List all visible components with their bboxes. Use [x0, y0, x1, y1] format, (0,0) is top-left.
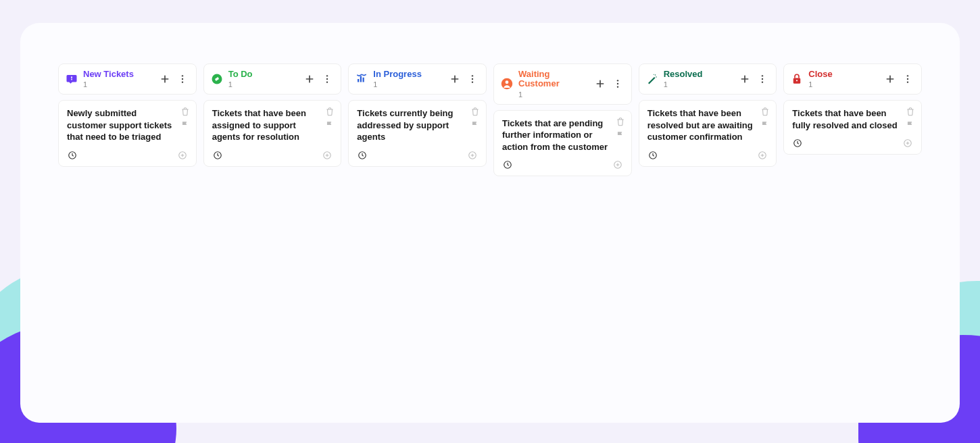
column-actions — [448, 72, 479, 86]
column-count: 1 — [373, 80, 443, 88]
column-title-wrap: New Tickets1 — [83, 70, 153, 88]
column-header: Close1 — [783, 63, 922, 95]
svg-point-25 — [653, 74, 654, 75]
delete-card-button[interactable] — [615, 116, 626, 127]
column-more-button[interactable] — [176, 72, 189, 86]
flag-card-button[interactable] — [180, 120, 191, 130]
column-count: 1 — [808, 80, 878, 88]
column-header: Resolved1 — [639, 63, 777, 95]
card-side-icons — [470, 106, 481, 130]
flag-card-button[interactable] — [324, 120, 335, 130]
clock-icon[interactable] — [647, 150, 658, 161]
svg-point-33 — [907, 75, 908, 76]
card-side-icons — [760, 106, 770, 130]
column-header: To Do1 — [203, 63, 342, 95]
card-footer — [357, 150, 478, 161]
column-actions — [303, 72, 334, 86]
card-footer — [647, 150, 768, 161]
column-count: 1 — [664, 80, 733, 88]
flag-card-button[interactable] — [470, 120, 481, 130]
clock-icon[interactable] — [212, 150, 223, 161]
add-card-button[interactable] — [448, 72, 462, 86]
column-title[interactable]: In Progress — [373, 70, 443, 79]
flag-card-button[interactable] — [905, 120, 916, 130]
column-more-button[interactable] — [756, 72, 769, 86]
add-card-button[interactable] — [593, 77, 607, 90]
column-header: Waiting Customer1 — [493, 63, 632, 105]
svg-point-23 — [654, 74, 656, 76]
column-title-wrap: Resolved1 — [664, 70, 733, 88]
flag-card-button[interactable] — [760, 120, 770, 130]
clock-icon[interactable] — [357, 150, 368, 161]
column-actions — [593, 77, 624, 90]
column-actions — [738, 72, 769, 86]
column-title[interactable]: Waiting Customer — [518, 70, 588, 89]
column-close: Close1Tickets that have been fully resol… — [783, 63, 922, 423]
add-subtask-button[interactable] — [612, 159, 623, 170]
lock-icon — [791, 73, 803, 85]
column-title[interactable]: To Do — [228, 70, 298, 79]
kanban-board: New Tickets1Newly submitted customer sup… — [58, 63, 922, 423]
card-description: Tickets that have been resolved but are … — [647, 107, 768, 143]
column-more-button[interactable] — [466, 72, 479, 86]
add-card-button[interactable] — [303, 72, 316, 86]
board-frame: New Tickets1Newly submitted customer sup… — [20, 23, 960, 423]
clock-icon[interactable] — [67, 150, 78, 161]
svg-point-8 — [326, 82, 328, 83]
flag-card-button[interactable] — [615, 130, 626, 140]
card-description: Tickets currently being addressed by sup… — [357, 107, 478, 143]
column-header: In Progress1 — [348, 63, 487, 95]
column-title-wrap: Close1 — [808, 70, 878, 88]
delete-card-button[interactable] — [180, 106, 191, 117]
svg-point-28 — [762, 82, 763, 83]
column-to-do: To Do1Tickets that have been assigned to… — [203, 63, 342, 423]
column-title[interactable]: Resolved — [664, 70, 733, 79]
add-subtask-button[interactable] — [902, 138, 913, 149]
svg-point-34 — [907, 78, 908, 80]
delete-card-button[interactable] — [760, 106, 770, 117]
column-actions — [883, 72, 914, 86]
add-subtask-button[interactable] — [322, 150, 333, 161]
card-description: Newly submitted customer support tickets… — [67, 107, 188, 143]
add-card-button[interactable] — [158, 72, 172, 86]
column-title-wrap: In Progress1 — [373, 70, 443, 88]
chart-icon — [356, 73, 368, 85]
column-new-tickets: New Tickets1Newly submitted customer sup… — [58, 63, 197, 423]
delete-card-button[interactable] — [324, 106, 335, 117]
add-subtask-button[interactable] — [467, 150, 478, 161]
card-footer — [67, 150, 188, 161]
column-more-button[interactable] — [901, 72, 914, 86]
add-subtask-button[interactable] — [757, 150, 768, 161]
add-subtask-button[interactable] — [177, 150, 188, 161]
card-footer — [212, 150, 333, 161]
column-more-button[interactable] — [611, 77, 624, 90]
clock-icon[interactable] — [792, 138, 803, 149]
column-title-wrap: Waiting Customer1 — [518, 70, 588, 99]
inbox-icon — [66, 73, 78, 85]
card-description: Tickets that have been fully resolved an… — [792, 107, 913, 131]
clock-icon[interactable] — [502, 159, 513, 170]
ticket-card[interactable]: Tickets that have been assigned to suppo… — [203, 100, 342, 167]
ticket-card[interactable]: Tickets currently being addressed by sup… — [348, 100, 487, 167]
ticket-card[interactable]: Tickets that are pending further informa… — [493, 110, 632, 177]
add-card-button[interactable] — [883, 72, 897, 86]
ticket-card[interactable]: Newly submitted customer support tickets… — [58, 100, 197, 167]
svg-point-20 — [616, 86, 618, 88]
delete-card-button[interactable] — [470, 106, 481, 117]
svg-point-2 — [181, 82, 182, 83]
ticket-card[interactable]: Tickets that have been resolved but are … — [639, 100, 777, 167]
column-more-button[interactable] — [320, 72, 334, 86]
svg-point-7 — [326, 78, 328, 80]
column-title[interactable]: Close — [808, 70, 878, 79]
card-description: Tickets that are pending further informa… — [502, 118, 623, 153]
card-footer — [502, 159, 623, 170]
svg-point-32 — [796, 80, 798, 81]
column-header: New Tickets1 — [58, 63, 197, 95]
ticket-card[interactable]: Tickets that have been fully resolved an… — [783, 100, 922, 155]
svg-point-26 — [762, 75, 763, 76]
column-actions — [158, 72, 189, 86]
add-card-button[interactable] — [738, 72, 752, 86]
column-title[interactable]: New Tickets — [83, 70, 153, 79]
svg-point-19 — [616, 83, 618, 84]
delete-card-button[interactable] — [905, 106, 916, 117]
